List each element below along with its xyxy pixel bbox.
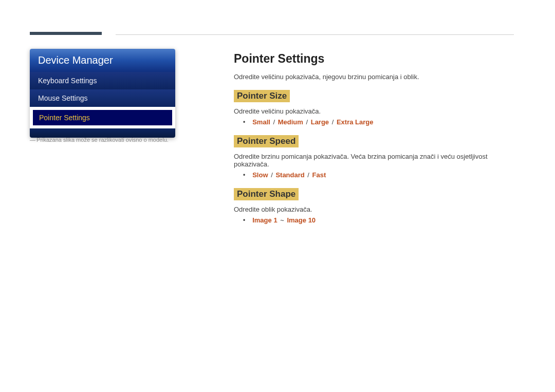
options-list: Small / Medium / Large / Extra Large [252, 118, 373, 126]
section-description: Odredite oblik pokazivača. [234, 206, 514, 213]
bullet-icon: • [243, 172, 245, 179]
option-value: Small [252, 118, 270, 126]
disclaimer-note: ― Prikazana slika može se razlikovati ov… [30, 137, 169, 143]
option-value: Medium [278, 118, 303, 126]
sidebar-item-label: Mouse Settings [38, 94, 88, 102]
bullet-icon: • [243, 119, 245, 126]
options-row: • Small / Medium / Large / Extra Large [243, 118, 514, 126]
option-value: Image 1 [252, 216, 277, 224]
section-heading: Pointer Size [234, 90, 290, 102]
option-value: Large [311, 118, 329, 126]
option-value: Slow [252, 171, 268, 179]
bullet-icon: • [243, 217, 245, 224]
section-heading: Pointer Speed [234, 135, 299, 147]
section-description: Odredite brzinu pomicanja pokazivača. Ve… [234, 153, 514, 168]
section-pointer-shape: Pointer Shape Odredite oblik pokazivača.… [234, 188, 514, 224]
header-accent-bar [30, 32, 102, 35]
option-separator: / [269, 171, 275, 179]
option-value: Fast [312, 171, 326, 179]
option-value: Extra Large [337, 118, 374, 126]
sidebar-item-pointer-settings[interactable]: Pointer Settings [32, 109, 173, 126]
section-heading: Pointer Shape [234, 188, 299, 200]
option-separator: / [271, 118, 277, 126]
page-title: Pointer Settings [234, 52, 514, 66]
option-separator: / [330, 118, 336, 126]
options-list: Slow / Standard / Fast [252, 171, 326, 179]
section-pointer-speed: Pointer Speed Odredite brzinu pomicanja … [234, 135, 514, 179]
option-separator: / [306, 171, 311, 179]
option-separator: ~ [279, 216, 286, 224]
panel-title: Device Manager [30, 49, 175, 72]
options-row: • Slow / Standard / Fast [243, 171, 514, 179]
sidebar-item-label: Keyboard Settings [38, 77, 97, 85]
note-dash-icon: ― [30, 137, 35, 143]
content-area: Pointer Settings Odredite veličinu pokaz… [234, 52, 514, 233]
section-pointer-size: Pointer Size Odredite veličinu pokazivač… [234, 90, 514, 126]
device-manager-panel: Device Manager Keyboard Settings Mouse S… [30, 49, 175, 138]
section-description: Odredite veličinu pokazivača. [234, 107, 514, 115]
note-text-content: Prikazana slika može se razlikovati ovis… [36, 137, 169, 143]
sidebar-item-mouse-settings[interactable]: Mouse Settings [30, 89, 175, 107]
options-list: Image 1 ~ Image 10 [252, 216, 316, 224]
intro-text: Odredite veličinu pokazivača, njegovu br… [234, 73, 514, 81]
header-divider-line [116, 34, 514, 35]
option-separator: / [304, 118, 310, 126]
option-value: Image 10 [287, 216, 316, 224]
sidebar-item-label: Pointer Settings [39, 114, 90, 122]
options-row: • Image 1 ~ Image 10 [243, 216, 514, 224]
sidebar-item-keyboard-settings[interactable]: Keyboard Settings [30, 72, 175, 89]
option-value: Standard [275, 171, 304, 179]
